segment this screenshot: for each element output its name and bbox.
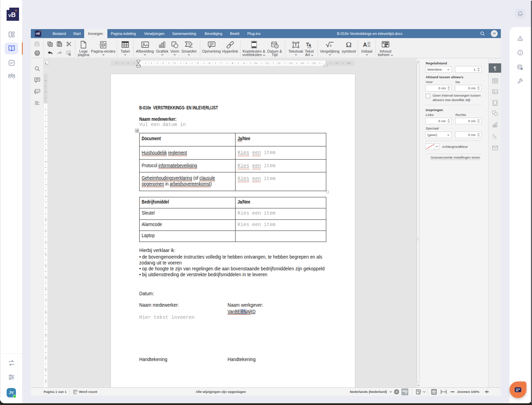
svg-text:A: A: [363, 42, 367, 48]
svg-text:a: a: [309, 43, 311, 47]
svg-text:T: T: [492, 133, 495, 137]
svg-text:a: a: [495, 134, 496, 138]
svg-text:T: T: [306, 42, 309, 47]
svg-text:123: 123: [73, 393, 77, 395]
svg-text:x: x: [329, 43, 332, 48]
